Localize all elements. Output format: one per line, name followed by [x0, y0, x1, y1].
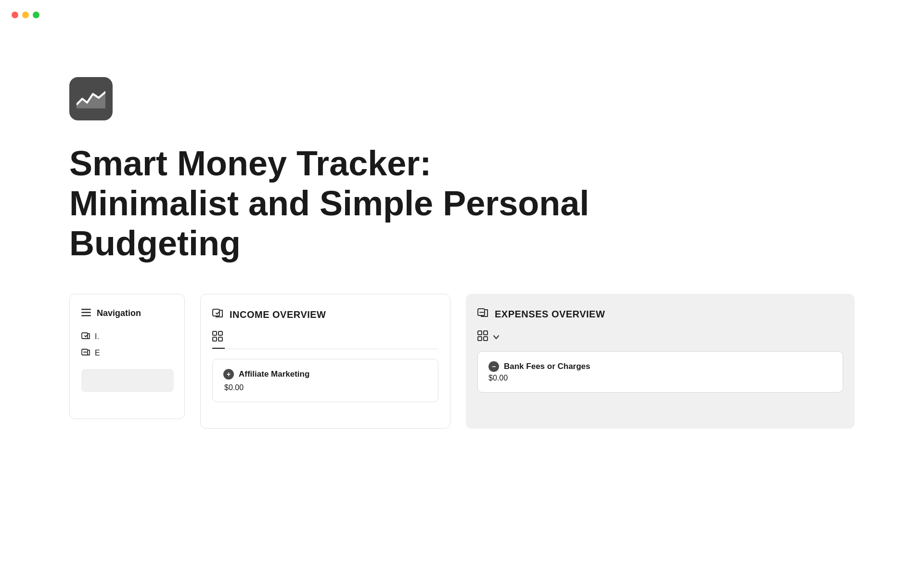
expenses-card-title: EXPENSES OVERVIEW	[495, 309, 605, 320]
maximize-button[interactable]	[33, 12, 39, 18]
income-item-affiliate-name: Affiliate Marketing	[239, 369, 309, 379]
svg-rect-1	[81, 309, 91, 310]
nav-card-header: Navigation	[81, 308, 173, 319]
svg-rect-3	[81, 315, 91, 316]
expenses-dropdown-icon[interactable]	[493, 333, 500, 341]
income-item-affiliate[interactable]: + Affiliate Marketing $0.00	[212, 359, 438, 402]
income-tab-divider	[212, 349, 438, 349]
income-grid-icon[interactable]	[212, 331, 225, 349]
hamburger-icon	[81, 308, 91, 319]
income-item-affiliate-header: + Affiliate Marketing	[223, 369, 427, 380]
income-card: INCOME OVERVIEW + Affiliate Marketi	[200, 294, 450, 429]
nav-item-income-label: I.	[95, 332, 99, 341]
income-card-title: INCOME OVERVIEW	[230, 309, 326, 320]
page-title: Smart Money Tracker: Minimalist and Simp…	[69, 144, 599, 263]
close-button[interactable]	[12, 12, 18, 18]
nav-income-icon	[81, 331, 90, 342]
svg-rect-13	[484, 331, 488, 335]
navigation-card: Navigation I.	[69, 294, 185, 419]
nav-item-expenses-label: E	[95, 349, 100, 357]
expenses-item-bank-fees-name: Bank Fees or Charges	[504, 362, 590, 371]
svg-rect-8	[218, 331, 222, 335]
expenses-item-bank-fees-value: $0.00	[488, 374, 832, 382]
income-header-icon	[212, 308, 223, 321]
expenses-tab-bar	[477, 330, 843, 343]
svg-rect-14	[478, 337, 482, 341]
svg-rect-10	[218, 337, 222, 341]
nav-card-bottom	[81, 369, 174, 392]
traffic-lights	[12, 12, 39, 18]
expenses-card-header: EXPENSES OVERVIEW	[477, 307, 843, 321]
expenses-item-minus-icon: −	[488, 361, 499, 372]
nav-card-title: Navigation	[97, 308, 141, 318]
income-tab-bar	[212, 331, 438, 349]
svg-rect-9	[213, 337, 217, 341]
nav-item-income[interactable]: I.	[81, 328, 173, 345]
expenses-header-icon	[477, 307, 488, 321]
svg-rect-2	[81, 312, 91, 314]
svg-rect-15	[484, 337, 488, 341]
minimize-button[interactable]	[22, 12, 29, 18]
income-card-header: INCOME OVERVIEW	[212, 308, 438, 321]
nav-expenses-icon	[81, 348, 90, 358]
main-content: Smart Money Tracker: Minimalist and Simp…	[0, 0, 924, 467]
expenses-card: EXPENSES OVERVIEW	[466, 294, 855, 429]
income-item-plus-icon: +	[223, 369, 234, 380]
svg-rect-12	[478, 331, 482, 335]
expenses-grid-icon[interactable]	[477, 330, 488, 343]
nav-item-expenses[interactable]: E	[81, 345, 173, 361]
app-icon	[69, 77, 113, 120]
expenses-item-bank-fees[interactable]: − Bank Fees or Charges $0.00	[477, 351, 843, 393]
cards-row: Navigation I.	[69, 294, 855, 429]
expenses-item-bank-fees-header: − Bank Fees or Charges	[488, 361, 832, 372]
income-item-affiliate-value: $0.00	[223, 383, 427, 392]
svg-rect-7	[213, 331, 217, 335]
